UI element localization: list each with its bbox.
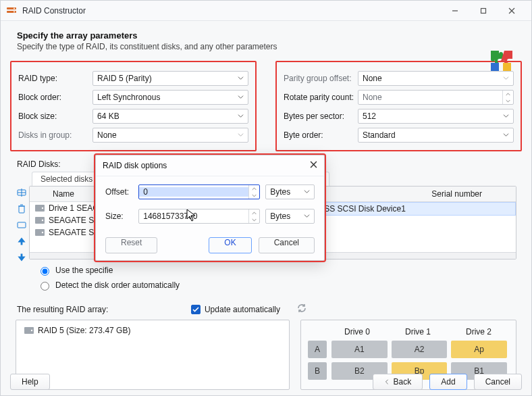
col-serial: Serial number xyxy=(431,189,512,199)
select-bytes-sector[interactable]: 512 xyxy=(358,109,514,124)
stripe-cell: A1 xyxy=(331,341,388,358)
label-disks-in-group: Disks in group: xyxy=(18,130,92,140)
select-size-unit[interactable]: Bytes xyxy=(265,209,315,224)
select-raid-type[interactable]: RAID 5 (Parity) xyxy=(92,71,248,86)
chevron-down-icon[interactable] xyxy=(249,216,259,223)
stripe-cell: A2 xyxy=(392,341,448,358)
add-button[interactable]: Add xyxy=(429,374,467,390)
refresh-icon[interactable] xyxy=(296,303,307,316)
input-offset[interactable] xyxy=(138,184,260,199)
svg-point-20 xyxy=(42,232,43,233)
disk-icon xyxy=(23,327,35,334)
move-up-button[interactable] xyxy=(16,235,28,247)
chevron-down-icon xyxy=(503,130,509,140)
minimize-button[interactable] xyxy=(441,1,469,20)
radio-detect-order[interactable]: Detect the disk order automatically xyxy=(37,280,238,291)
select-block-order[interactable]: Left Synchronous xyxy=(92,90,248,105)
chevron-up-icon[interactable] xyxy=(249,185,259,192)
label-block-order: Block order: xyxy=(18,93,92,102)
disk-icon xyxy=(34,205,46,212)
disk-icon xyxy=(34,217,46,224)
checkbox-update-auto[interactable]: Update automatically xyxy=(191,305,280,314)
app-icon xyxy=(6,5,17,16)
label-raid-type: RAID type: xyxy=(18,74,92,83)
cancel-button[interactable]: Cancel xyxy=(259,237,315,253)
remove-disk-button[interactable] xyxy=(16,203,28,215)
chevron-left-icon xyxy=(384,379,390,385)
page-title: Specify the array parameters xyxy=(17,30,522,41)
close-icon[interactable] xyxy=(310,161,317,170)
select-block-size[interactable]: 64 KB xyxy=(92,109,248,124)
label-offset: Offset: xyxy=(105,187,138,197)
stripe-col-0: Drive 0 xyxy=(327,327,388,341)
label-parity-offset: Parity group offset: xyxy=(284,74,358,83)
add-disk-button[interactable] xyxy=(16,187,28,199)
label-block-size: Block size: xyxy=(18,112,92,121)
chevron-down-icon xyxy=(238,74,244,83)
svg-point-18 xyxy=(42,220,43,221)
help-button[interactable]: Help xyxy=(10,374,50,390)
select-byte-order[interactable]: Standard xyxy=(358,128,514,143)
titlebar: RAID Constructor xyxy=(1,1,531,21)
stripe-row-label: A xyxy=(308,341,327,358)
radio-use-specified[interactable]: Use the specifie xyxy=(37,265,238,276)
svg-rect-14 xyxy=(18,222,26,228)
chevron-down-icon xyxy=(238,130,244,140)
stripe-col-1: Drive 1 xyxy=(388,327,448,341)
window-title: RAID Constructor xyxy=(22,6,441,16)
edit-disk-button[interactable] xyxy=(16,219,28,231)
label-bytes-sector: Bytes per sector: xyxy=(284,112,358,121)
chevron-down-icon xyxy=(503,112,509,121)
dialog-title: RAID disk options xyxy=(103,161,310,170)
back-button[interactable]: Back xyxy=(373,374,423,390)
page-subtitle: Specify the type of RAID, its constituen… xyxy=(17,42,522,51)
select-parity-offset: None xyxy=(358,71,514,86)
svg-point-3 xyxy=(14,11,15,12)
label-size: Size: xyxy=(105,212,138,221)
chevron-down-icon xyxy=(503,74,509,83)
label-rotate-parity: Rotate parity count: xyxy=(284,93,358,102)
stripe-col-2: Drive 2 xyxy=(448,327,509,341)
maximize-button[interactable] xyxy=(469,1,498,20)
chevron-down-icon xyxy=(304,187,310,197)
ok-button[interactable]: OK xyxy=(209,237,251,253)
chevron-up-icon[interactable] xyxy=(503,91,513,97)
move-down-button[interactable] xyxy=(16,251,28,264)
group-right-params: Parity group offset: None Rotate parity … xyxy=(275,61,522,151)
chevron-up-icon[interactable] xyxy=(249,209,259,216)
chevron-down-icon xyxy=(304,212,310,221)
dialog-raid-disk-options: RAID disk options Offset: Bytes xyxy=(95,155,325,261)
stripe-cell-parity: Ap xyxy=(451,341,507,358)
select-disks-in-group: None xyxy=(92,128,248,143)
group-left-params: RAID type: RAID 5 (Parity) Block order: … xyxy=(10,61,257,151)
svg-rect-11 xyxy=(19,206,24,213)
label-byte-order: Byte order: xyxy=(284,130,358,140)
input-size[interactable] xyxy=(138,209,260,224)
chevron-down-icon[interactable] xyxy=(503,97,513,104)
close-button[interactable] xyxy=(498,1,526,20)
tab-selected-disks[interactable]: Selected disks xyxy=(32,172,101,186)
svg-rect-5 xyxy=(481,8,486,13)
svg-point-16 xyxy=(42,207,43,209)
chevron-down-icon xyxy=(238,112,244,121)
svg-point-2 xyxy=(14,7,15,9)
cancel-button[interactable]: Cancel xyxy=(474,374,522,390)
chevron-down-icon[interactable] xyxy=(249,192,259,199)
list-item[interactable]: RAID 5 (Size: 273.47 GB) xyxy=(23,326,282,335)
disk-icon xyxy=(34,229,46,236)
svg-point-22 xyxy=(31,330,32,331)
label-resulting-array: The resulting RAID array: xyxy=(17,305,108,314)
select-offset-unit[interactable]: Bytes xyxy=(265,184,315,199)
reset-button[interactable]: Reset xyxy=(105,237,157,253)
spinner-rotate-parity[interactable]: None xyxy=(358,90,514,105)
chevron-down-icon xyxy=(238,93,244,102)
